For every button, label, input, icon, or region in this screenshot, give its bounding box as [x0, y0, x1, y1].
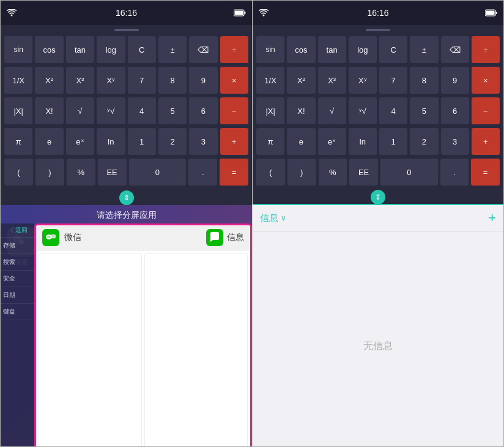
btn-backspace-left[interactable]: ⌫	[188, 36, 218, 64]
btn-equals-right[interactable]: =	[470, 158, 500, 186]
btn-x3-left[interactable]: X³	[65, 66, 95, 94]
btn-percent-right[interactable]: %	[318, 158, 348, 186]
sidebar-back[interactable]: 〈 返回	[1, 224, 34, 238]
btn-xy-left[interactable]: Xʸ	[96, 66, 125, 94]
sidebar-item-keyboard[interactable]: 键盘	[1, 304, 34, 320]
btn-multiply-right[interactable]: ×	[471, 66, 500, 94]
btn-3-left[interactable]: 3	[188, 127, 218, 156]
btn-clear-right[interactable]: C	[379, 36, 408, 64]
btn-log-left[interactable]: log	[96, 36, 125, 64]
btn-5-right[interactable]: 5	[409, 97, 439, 125]
btn-divide-left[interactable]: ÷	[220, 36, 249, 64]
btn-multiply-left[interactable]: ×	[220, 66, 249, 94]
btn-ln-left[interactable]: ln	[96, 127, 125, 156]
btn-8-left[interactable]: 8	[158, 66, 187, 94]
btn-plusminus-left[interactable]: ±	[158, 36, 187, 64]
btn-sin-left[interactable]: sin	[4, 36, 33, 64]
btn-x2-left[interactable]: X²	[34, 66, 64, 94]
btn-lparen-left[interactable]: (	[4, 158, 34, 186]
btn-plusminus-right[interactable]: ±	[409, 36, 439, 64]
btn-rparen-right[interactable]: )	[287, 158, 317, 186]
btn-1-left[interactable]: 1	[127, 127, 157, 156]
expand-collapse-right[interactable]: ⇕	[371, 190, 385, 205]
btn-fact-left[interactable]: X!	[34, 97, 64, 125]
btn-8-right[interactable]: 8	[409, 66, 439, 94]
svg-rect-16	[486, 11, 495, 15]
messages-title-area[interactable]: 信息 ∨	[260, 212, 286, 224]
btn-tan-left[interactable]: tan	[65, 36, 95, 64]
btn-dot-right[interactable]: .	[440, 158, 470, 186]
btn-sin-right[interactable]: sin	[256, 36, 285, 64]
wifi-icon-right	[259, 9, 269, 17]
btn-backspace-right[interactable]: ⌫	[440, 36, 470, 64]
btn-rparen-left[interactable]: )	[35, 158, 65, 186]
btn-percent-left[interactable]: %	[66, 158, 96, 186]
drag-handle-left[interactable]	[114, 29, 139, 31]
btn-plus-left[interactable]: +	[220, 127, 249, 156]
btn-cos-left[interactable]: cos	[34, 36, 64, 64]
sidebar-item-storage[interactable]: 存储	[1, 238, 34, 254]
btn-ysqrt-right[interactable]: ʸ√	[348, 97, 377, 125]
btn-x2-right[interactable]: X²	[286, 66, 316, 94]
btn-xy-right[interactable]: Xʸ	[348, 66, 377, 94]
btn-pi-left[interactable]: π	[4, 127, 33, 156]
btn-1x-right[interactable]: 1/X	[256, 66, 285, 94]
btn-abs-right[interactable]: |X|	[256, 97, 285, 125]
btn-9-right[interactable]: 9	[440, 66, 470, 94]
btn-0-left[interactable]: 0	[128, 158, 187, 186]
btn-ex-left[interactable]: eˣ	[65, 127, 95, 156]
sidebar-item-security[interactable]: 安全	[1, 271, 34, 287]
btn-1-right[interactable]: 1	[379, 127, 408, 156]
left-panel: 16:16 sin cos tan log C ± ⌫ ÷ 1/X X² X³	[0, 0, 252, 447]
btn-sqrt-right[interactable]: √	[317, 97, 347, 125]
btn-1x-left[interactable]: 1/X	[4, 66, 33, 94]
btn-log-right[interactable]: log	[348, 36, 377, 64]
btn-fact-right[interactable]: X!	[286, 97, 316, 125]
btn-6-left[interactable]: 6	[188, 97, 218, 125]
btn-ee-right[interactable]: EE	[349, 158, 379, 186]
btn-divide-right[interactable]: ÷	[471, 36, 500, 64]
btn-2-left[interactable]: 2	[158, 127, 187, 156]
btn-7-left[interactable]: 7	[127, 66, 157, 94]
btn-e-left[interactable]: e	[34, 127, 64, 156]
svg-rect-2	[245, 12, 246, 14]
btn-4-left[interactable]: 4	[127, 97, 157, 125]
expand-collapse-left[interactable]: ⇕	[119, 190, 134, 205]
btn-ln-right[interactable]: ln	[348, 127, 377, 156]
btn-ysqrt-left[interactable]: ʸ√	[96, 97, 125, 125]
btn-dot-left[interactable]: .	[188, 158, 218, 186]
btn-plus-right[interactable]: +	[471, 127, 500, 156]
btn-5-left[interactable]: 5	[158, 97, 187, 125]
btn-equals-left[interactable]: =	[219, 158, 249, 186]
btn-sqrt-left[interactable]: √	[65, 97, 95, 125]
wechat-icon[interactable]	[42, 229, 59, 246]
btn-3-right[interactable]: 3	[440, 127, 470, 156]
btn-ee-left[interactable]: EE	[97, 158, 127, 186]
btn-ex-right[interactable]: eˣ	[317, 127, 347, 156]
messages-add-button[interactable]: +	[488, 210, 496, 226]
btn-pi-right[interactable]: π	[256, 127, 285, 156]
sidebar-item-search[interactable]: 搜索	[1, 254, 34, 271]
split-preview-panels	[36, 250, 250, 447]
messages-icon[interactable]	[206, 229, 223, 246]
btn-lparen-right[interactable]: (	[256, 158, 286, 186]
btn-x3-right[interactable]: X³	[317, 66, 347, 94]
btn-clear-left[interactable]: C	[127, 36, 157, 64]
btn-minus-right[interactable]: −	[471, 97, 500, 125]
btn-abs-left[interactable]: |X|	[4, 97, 33, 125]
btn-minus-left[interactable]: −	[220, 97, 249, 125]
btn-9-left[interactable]: 9	[188, 66, 218, 94]
btn-6-right[interactable]: 6	[440, 97, 470, 125]
drag-handle-right[interactable]	[366, 29, 390, 31]
btn-tan-right[interactable]: tan	[317, 36, 347, 64]
left-preview-panel	[39, 253, 142, 447]
btn-0-right[interactable]: 0	[380, 158, 439, 186]
calc-row-1-right: sin cos tan log C ± ⌫ ÷	[255, 35, 501, 64]
btn-2-right[interactable]: 2	[409, 127, 439, 156]
svg-point-10	[51, 235, 56, 239]
btn-cos-right[interactable]: cos	[286, 36, 316, 64]
btn-4-right[interactable]: 4	[379, 97, 408, 125]
sidebar-item-date[interactable]: 日期	[1, 287, 34, 304]
btn-e-right[interactable]: e	[286, 127, 316, 156]
btn-7-right[interactable]: 7	[379, 66, 408, 94]
